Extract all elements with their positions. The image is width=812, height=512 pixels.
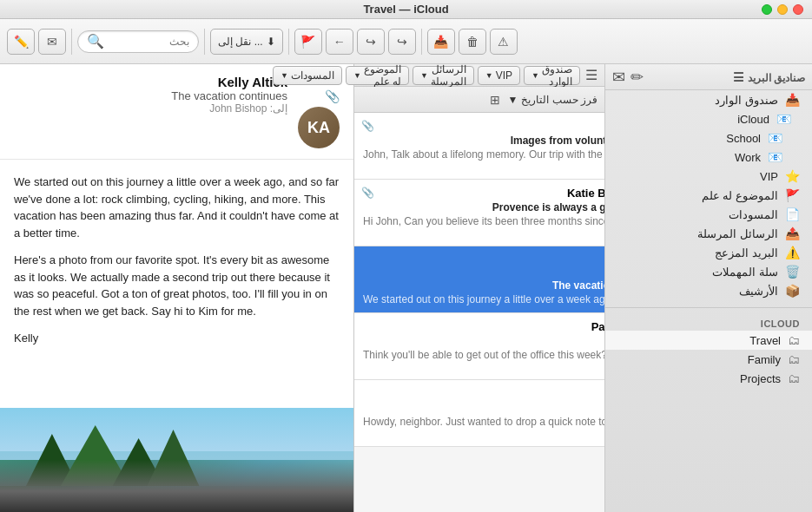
sidebar-item-archive[interactable]: 📦 الأرشيف xyxy=(605,281,812,300)
sort-label: فرز حسب التاريخ xyxy=(521,94,597,106)
sidebar-section-label: صناديق البريد xyxy=(748,72,805,84)
item-preview: Think you'll be able to get out of the o… xyxy=(363,349,604,361)
archive-button[interactable]: 📥 xyxy=(427,29,455,55)
minimize-button[interactable] xyxy=(777,4,788,15)
email-subject: The vacation continues xyxy=(14,89,287,102)
trash-icon: 🗑️ xyxy=(785,265,800,279)
attachment-clip-icon: 📎 xyxy=(361,120,374,132)
item-subject: Images from volunteer trip xyxy=(363,135,604,147)
email-sender: Kelly Altick xyxy=(14,75,287,89)
body-paragraph-2: Here's a photo from our favorite spot. I… xyxy=(14,252,340,319)
item-date: ١٨/٩/١٦ xyxy=(363,227,604,239)
icloud-label: iCloud xyxy=(612,113,769,126)
sidebar-icon: ☰ xyxy=(585,67,597,83)
sidebar-item-flagged[interactable]: 🚩 الموضوع له علم xyxy=(605,186,812,205)
vip-icon: ⭐ xyxy=(785,169,800,183)
toolbar-separator-2 xyxy=(204,29,205,55)
item-preview: Hi John, Can you believe its been three … xyxy=(363,215,604,227)
school-label: School xyxy=(612,132,761,145)
icloud-folders-group: iCloud 🗂 Travel 🗂 Family 🗂 Projects xyxy=(605,312,812,388)
move-to-dropdown-icon: ⬇ xyxy=(267,36,275,48)
compose-sidebar-button[interactable]: ✏ xyxy=(630,69,644,85)
toolbar-right-actions: ✏️ ✉ xyxy=(7,29,66,55)
icloud-section-header: iCloud xyxy=(605,312,812,331)
school-icon: 📧 xyxy=(768,131,782,145)
folder-icon: 🗂 xyxy=(788,352,800,366)
sidebar-item-sent[interactable]: 📤 الرسائل المرسلة xyxy=(605,224,812,243)
email-list[interactable]: 📎 Tan Le Images from volunteer trip John… xyxy=(354,113,604,512)
search-box[interactable]: 🔍 xyxy=(77,30,199,53)
sidebar-toolbar: صناديق البريد ☰ ✏ ✉ xyxy=(605,64,812,90)
move-to-button[interactable]: نقل إلى ... ⬇ xyxy=(210,29,283,55)
list-item[interactable]: 📎 Katie Bernasek Provence is always a go… xyxy=(354,180,604,246)
close-button[interactable] xyxy=(793,4,803,15)
sidebar-item-inbox[interactable]: 📥 صندوق الوارد xyxy=(605,90,812,109)
item-sender: Kelly Altick xyxy=(363,265,604,278)
flag-icon: 🚩 xyxy=(785,188,800,202)
item-sender: Kelly Altick xyxy=(363,387,604,400)
item-preview: Howdy, neighbor. Just wanted to drop a q… xyxy=(363,416,604,428)
filter-inbox[interactable]: صندوق الوارد ▼ xyxy=(524,66,580,85)
trash-button[interactable]: 🗑 xyxy=(459,29,486,55)
sidebar-item-work[interactable]: 📧 Work xyxy=(605,148,812,167)
filter-sent[interactable]: الرسائل المرسلة ▼ xyxy=(413,66,474,85)
sort-selector[interactable]: فرز حسب التاريخ ▼ xyxy=(507,94,597,106)
item-date: ١٨/٩/١٩ xyxy=(363,161,604,172)
list-item[interactable]: 📎 Tan Le Images from volunteer trip John… xyxy=(354,113,604,180)
toolbar-separator-3 xyxy=(288,29,289,55)
sidebar-section-title: صناديق البريد ☰ xyxy=(733,70,805,84)
item-subject: The vacation continues xyxy=(363,279,604,292)
mailboxes-group: 📥 صندوق الوارد 📧 iCloud 📧 School 📧 Work … xyxy=(605,90,812,300)
icloud-icon: 📧 xyxy=(776,112,791,126)
forward-button[interactable]: ↪ xyxy=(357,29,385,55)
sidebar-item-icloud[interactable]: 📧 iCloud xyxy=(605,109,812,128)
work-label: Work xyxy=(612,151,761,164)
sent-label: الرسائل المرسلة xyxy=(612,227,778,240)
filter-flagged[interactable]: الموضوع له علم ▼ xyxy=(346,66,409,85)
folder-icon: 🗂 xyxy=(788,371,800,385)
reply-all-button[interactable]: ↪ xyxy=(388,29,416,55)
email-to: إلى: John Bishop xyxy=(14,102,287,115)
sidebar-item-junk[interactable]: ⚠️ البريد المزعج xyxy=(605,243,812,262)
list-item[interactable]: Paul Cashman Lunch Think you'll be able … xyxy=(354,313,604,380)
nav-buttons: 🚩 ← ↪ ↪ xyxy=(294,29,416,55)
sidebar-item-drafts[interactable]: 📄 المسودات xyxy=(605,205,812,224)
sidebar-item-trash[interactable]: 🗑️ سلة المهملات xyxy=(605,262,812,281)
move-to-label: نقل إلى ... xyxy=(218,36,263,48)
list-item[interactable]: ١٨/٩/١٥ Kelly Altick The vacation contin… xyxy=(354,246,604,313)
vip-label: VIP xyxy=(612,170,778,183)
attachment-clip-icon: 📎 xyxy=(361,187,374,199)
sidebar-item-school[interactable]: 📧 School xyxy=(605,128,812,148)
filter-vip[interactable]: VIP ▼ xyxy=(478,66,520,85)
sidebar-item-projects[interactable]: 🗂 Projects xyxy=(605,369,812,388)
item-preview: We started out on this journey a little … xyxy=(363,293,604,305)
flag-button[interactable]: 🚩 xyxy=(294,29,322,55)
maximize-button[interactable] xyxy=(762,4,772,15)
sidebar-item-vip[interactable]: ⭐ VIP xyxy=(605,167,812,186)
drafts-label: المسودات xyxy=(612,208,778,221)
sender-avatar: KA xyxy=(298,107,340,148)
drafts-icon: 📄 xyxy=(785,207,800,221)
sidebar-top-buttons: ✏ ✉ xyxy=(612,69,644,85)
sidebar-item-family[interactable]: 🗂 Family xyxy=(605,350,812,369)
main-area: Kelly Altick The vacation continues إلى:… xyxy=(0,64,812,512)
list-item[interactable]: Kelly Altick Vacation Howdy, neighbor. J… xyxy=(354,380,604,447)
mail-button[interactable]: ✉ xyxy=(38,29,66,55)
sidebar: صناديق البريد ☰ ✏ ✉ 📥 صندوق الوارد 📧 iCl… xyxy=(605,64,812,512)
filter-icon[interactable]: ⊞ xyxy=(490,93,500,107)
compose-button[interactable]: ✏️ xyxy=(7,29,35,55)
junk-button[interactable]: ⚠ xyxy=(490,29,518,55)
trash-label: سلة المهملات xyxy=(612,266,778,279)
mail-sidebar-button[interactable]: ✉ xyxy=(612,69,625,85)
sidebar-item-travel[interactable]: 🗂 Travel xyxy=(605,331,812,350)
prev-button[interactable]: ← xyxy=(326,29,353,55)
item-subject: Provence is always a good idea xyxy=(363,201,604,213)
traffic-lights xyxy=(762,4,803,15)
search-input[interactable] xyxy=(109,36,189,48)
item-sender: Paul Cashman xyxy=(363,320,604,333)
body-signature: Kelly xyxy=(14,330,340,347)
filter-strip-pills: صندوق الوارد ▼ VIP ▼ الرسائل المرسلة ▼ ا… xyxy=(273,66,580,85)
filter-pills: ☰ xyxy=(582,67,597,83)
email-list-toolbar: ⊞ فرز حسب التاريخ ▼ xyxy=(354,87,604,113)
filter-drafts[interactable]: المسودات ▼ xyxy=(273,66,342,85)
